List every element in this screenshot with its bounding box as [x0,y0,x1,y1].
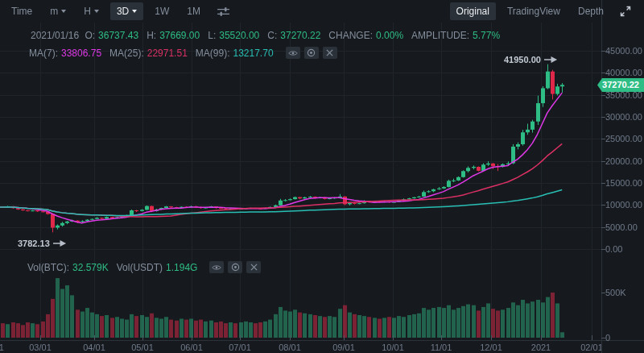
chevron-down-icon [132,10,137,13]
target-icon [307,48,316,57]
high-price-annotation: 41950.00 [504,55,558,64]
time-axis-label: 02/01 [0,343,4,352]
amplitude-value: 5.77% [473,30,500,41]
time-axis-label: 08/01 [279,343,301,352]
low-label: L: [208,30,216,41]
eye-icon [212,264,221,272]
volume-legend: Vol(BTC): 32.579K Vol(USDT) 1.194G [27,261,261,273]
volume-axis-label: 0 [605,333,610,343]
interval-1m-button[interactable]: 1M [180,2,207,20]
interval-minutes-dropdown[interactable]: m [43,2,72,20]
time-axis-label: 11/01 [431,343,452,352]
amplitude-label: AMPLITUDE: [411,30,469,41]
low-price-annotation-value: 3782.13 [18,239,50,248]
vol-btc-value: 32.579K [72,262,109,273]
volume-axis-label: 500K [605,288,626,297]
ma-visibility-button[interactable] [286,47,300,59]
ma99-value: 13217.70 [233,48,274,59]
vol-usdt-value: 1.194G [166,262,197,273]
interval-controls: Time m H 3D 1W 1M [5,2,235,20]
high-price-annotation-value: 41950.00 [504,55,541,64]
arrow-right-icon [53,239,67,247]
vol-btc-label: Vol(BTC): [27,262,69,273]
arrow-right-icon [544,56,558,64]
vol-visibility-button[interactable] [209,261,224,273]
price-axis-label: 0.00 [605,244,622,254]
ma7-label: MA(7): [29,48,58,59]
vol-usdt-label: Vol(USDT) [117,262,163,273]
ma99-label: MA(99): [196,48,230,59]
price-axis-label: 40000.00 [605,68,642,77]
open-label: O: [85,30,95,41]
interval-3d-dropdown[interactable]: 3D [110,2,143,20]
chart-settings-sliders-icon[interactable] [212,3,235,20]
price-axis-label: 10000.00 [605,200,642,210]
interval-hours-label: H [84,6,91,17]
interval-time-button[interactable]: Time [5,2,39,20]
vol-close-button[interactable] [246,261,261,273]
chart-toolbar: Time m H 3D 1W 1M Original TradingView D… [0,0,644,23]
chevron-down-icon [61,10,66,13]
time-axis-label: 04/01 [83,343,105,352]
ma-legend: MA(7): 33806.75 MA(25): 22971.51 MA(99):… [29,47,337,59]
time-axis-label: 09/01 [332,343,355,352]
time-axis-label: 2021 [531,343,551,352]
close-label: C: [267,30,277,41]
tab-tradingview[interactable]: TradingView [501,2,567,20]
time-axis-label: 06/01 [180,343,203,352]
open-value: 36737.43 [98,30,138,41]
high-label: H: [147,30,156,41]
price-axis-label: 5000.00 [605,222,638,232]
change-value: 0.00% [376,30,403,41]
ma25-value: 22971.51 [147,48,188,59]
time-axis-label: 02/01 [580,343,601,352]
price-axis-label: 45000.00 [605,46,642,56]
time-axis-label: 05/01 [131,343,154,352]
ma-close-button[interactable] [323,47,337,59]
time-axis-label: 12/01 [480,343,502,352]
ohlc-legend: 2021/01/16 O: 36737.43 H: 37669.00 L: 35… [31,30,508,41]
price-axis-label: 30000.00 [605,112,642,122]
ma7-value: 33806.75 [61,48,101,59]
target-icon [231,263,240,272]
chart-mode-tabs: Original TradingView Depth [450,2,636,20]
ma25-label: MA(25): [109,48,144,59]
price-axis-label: 25000.00 [605,134,642,143]
eye-icon [288,49,298,57]
interval-3d-label: 3D [117,6,129,17]
vol-settings-button[interactable] [228,261,242,273]
change-label: CHANGE: [328,30,373,41]
close-icon [250,264,258,271]
price-axis-label: 20000.00 [605,156,642,166]
interval-hours-dropdown[interactable]: H [77,2,105,20]
trading-chart-app: Time m H 3D 1W 1M Original TradingView D… [0,0,644,353]
high-value: 37669.00 [159,30,200,41]
fullscreen-icon[interactable] [615,2,636,20]
ohlc-date: 2021/01/16 [31,30,79,41]
chevron-down-icon [94,10,99,13]
price-axis-label: 15000.00 [605,178,642,188]
time-axis-label: 10/01 [382,343,404,352]
time-axis: 02/0103/0104/0105/0106/0107/0108/0109/01… [0,343,601,353]
interval-1w-button[interactable]: 1W [148,2,175,20]
time-axis-label: 03/01 [29,343,52,352]
last-price-badge: 37270.22 [597,78,644,92]
close-icon [326,49,333,56]
close-value: 37270.22 [280,30,320,41]
interval-minutes-label: m [50,6,58,17]
ma-settings-button[interactable] [304,47,319,59]
tab-original[interactable]: Original [450,2,496,20]
low-value: 35520.00 [219,30,259,41]
low-price-annotation: 3782.13 [18,239,67,248]
tab-depth[interactable]: Depth [572,2,610,20]
time-axis-label: 07/01 [229,343,251,352]
